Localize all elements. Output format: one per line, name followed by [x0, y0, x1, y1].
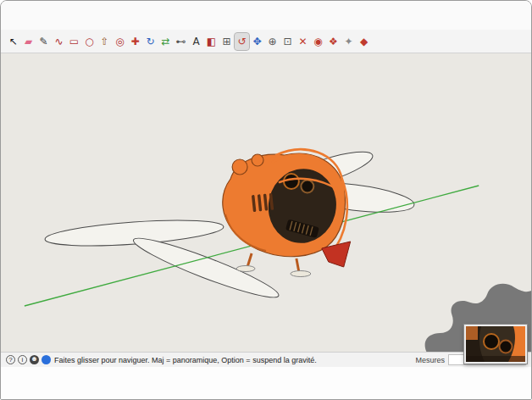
- cockpit-gauge-right: [301, 181, 313, 193]
- landing-skids: [236, 253, 311, 277]
- zoom-extents-tool[interactable]: ⊡: [280, 33, 295, 50]
- look-around-tool[interactable]: ✦: [341, 33, 356, 50]
- measurements-label: Mesures: [415, 356, 445, 364]
- geolocation-icon[interactable]: ●: [42, 355, 51, 364]
- rectangle-tool[interactable]: ▭: [67, 33, 81, 50]
- model-body: [223, 149, 351, 276]
- freehand-tool[interactable]: ∿: [52, 33, 66, 50]
- statusbar-icons: ?i☻●: [6, 355, 51, 364]
- tape-measure-tool[interactable]: ⊷: [174, 33, 188, 50]
- scene-3d: [1, 53, 531, 352]
- scale-tool[interactable]: ⇄: [158, 33, 173, 50]
- pan-tool[interactable]: ✥: [250, 33, 264, 50]
- offset-tool[interactable]: ◎: [113, 33, 127, 50]
- preview-thumbnail[interactable]: [464, 325, 527, 364]
- info-icon[interactable]: i: [18, 355, 27, 364]
- status-hint-text: Faites glisser pour naviguer. Maj = pano…: [54, 356, 317, 364]
- thumbnail-image: [466, 326, 525, 362]
- paint-bucket-tool[interactable]: ◧: [204, 33, 219, 50]
- orbit-tool[interactable]: ↺: [235, 33, 249, 50]
- move-tool[interactable]: ✚: [128, 33, 142, 50]
- titlebar: [1, 1, 531, 30]
- previous-view-tool[interactable]: ✕: [296, 33, 310, 50]
- push-pull-tool[interactable]: ⇧: [97, 33, 112, 50]
- toolbar: ↖▰✎∿▭○⇧◎✚↻⇄⊷A◧⊞↺✥⊕⊡✕◉❖✦◆: [1, 30, 531, 53]
- rotate-tool[interactable]: ↻: [143, 33, 158, 50]
- account-icon[interactable]: ☻: [30, 355, 39, 364]
- position-camera-tool[interactable]: ◉: [311, 33, 325, 50]
- zoom-window-tool[interactable]: ⊞: [219, 33, 234, 50]
- help-icon[interactable]: ?: [6, 355, 15, 364]
- circle-tool[interactable]: ○: [82, 33, 97, 50]
- line-tool[interactable]: ✎: [36, 33, 51, 50]
- zoom-tool[interactable]: ⊕: [265, 33, 280, 50]
- window-footer: [1, 367, 531, 400]
- statusbar: ?i☻● Faites glisser pour naviguer. Maj =…: [1, 352, 531, 367]
- drawing-canvas[interactable]: [1, 53, 531, 352]
- eraser-tool[interactable]: ▰: [21, 33, 36, 50]
- walk-tool[interactable]: ❖: [326, 33, 341, 50]
- section-plane-tool[interactable]: ◆: [357, 33, 371, 50]
- app-window: ↖▰✎∿▭○⇧◎✚↻⇄⊷A◧⊞↺✥⊕⊡✕◉❖✦◆: [0, 0, 532, 400]
- text-tool[interactable]: A: [189, 33, 203, 50]
- select-tool[interactable]: ↖: [6, 33, 20, 50]
